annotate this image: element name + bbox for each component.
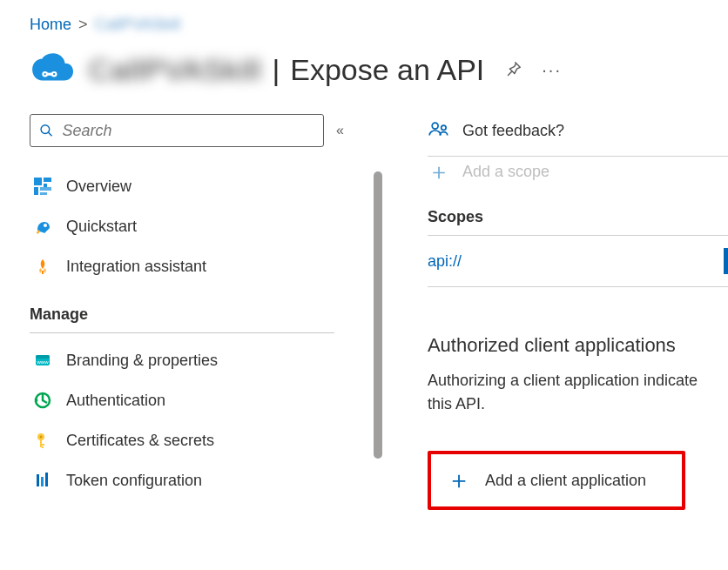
page-title-row: CallPVASkill | Expose an API ··· xyxy=(30,51,728,88)
svg-rect-16 xyxy=(36,355,50,359)
sidebar-item-label: Quickstart xyxy=(66,218,137,236)
quickstart-icon xyxy=(33,217,52,236)
overview-icon xyxy=(33,177,52,196)
svg-rect-24 xyxy=(37,474,39,486)
svg-rect-9 xyxy=(44,184,47,187)
sidebar-item-label: Token configuration xyxy=(66,472,202,490)
scope-uri-link[interactable]: api:// xyxy=(428,252,462,271)
more-icon[interactable]: ··· xyxy=(542,60,562,80)
scope-edge-indicator xyxy=(724,248,728,274)
search-input[interactable] xyxy=(61,121,314,141)
breadcrumb-separator: > xyxy=(78,16,88,34)
plus-icon: ＋ xyxy=(447,468,471,493)
app-registration-icon xyxy=(30,51,73,88)
main-content: Got feedback? ＋ Add a scope Scopes api:/… xyxy=(428,114,728,510)
sidebar-item-branding[interactable]: www Branding & properties xyxy=(30,340,344,380)
breadcrumb-current[interactable]: CallPVASkill xyxy=(95,16,181,34)
breadcrumb-home[interactable]: Home xyxy=(30,16,71,34)
svg-point-4 xyxy=(53,73,55,75)
svg-rect-25 xyxy=(41,477,44,486)
page-name: Expose an API xyxy=(290,53,484,87)
svg-point-5 xyxy=(41,125,50,134)
sidebar-item-label: Branding & properties xyxy=(66,352,218,370)
branding-icon: www xyxy=(33,351,52,370)
feedback-label: Got feedback? xyxy=(462,122,564,140)
add-scope-button[interactable]: ＋ Add a scope xyxy=(428,155,728,198)
add-scope-label: Add a scope xyxy=(462,163,549,181)
svg-rect-12 xyxy=(40,192,47,195)
svg-rect-23 xyxy=(42,446,44,448)
sidebar-top-list: Overview Quickstart Integration assistan… xyxy=(30,166,344,286)
search-icon xyxy=(39,123,54,138)
sidebar-item-overview[interactable]: Overview xyxy=(30,166,344,206)
svg-rect-14 xyxy=(42,271,44,274)
svg-point-28 xyxy=(442,125,446,130)
authorized-apps-heading: Authorized client applications xyxy=(428,334,728,357)
feedback-icon xyxy=(428,119,450,142)
scopes-list: api:// xyxy=(428,235,728,287)
svg-rect-7 xyxy=(34,178,42,185)
app-name: CallPVASkill xyxy=(89,53,261,87)
svg-line-6 xyxy=(48,132,51,136)
page-title: CallPVASkill | Expose an API xyxy=(89,53,484,87)
sidebar-item-label: Overview xyxy=(66,178,131,196)
svg-point-13 xyxy=(44,224,47,227)
integration-icon xyxy=(33,257,52,276)
breadcrumb: Home > CallPVASkill xyxy=(30,16,728,34)
sidebar: « Overview Quickstart xyxy=(30,114,344,510)
pin-icon[interactable] xyxy=(503,60,522,79)
svg-rect-22 xyxy=(42,444,44,446)
collapse-sidebar-icon[interactable]: « xyxy=(336,123,344,138)
add-client-application-button[interactable]: ＋ Add a client application xyxy=(428,451,685,510)
title-separator: | xyxy=(266,53,285,87)
svg-rect-11 xyxy=(40,187,51,191)
sidebar-scrollbar-thumb[interactable] xyxy=(374,171,382,459)
add-client-label: Add a client application xyxy=(485,472,646,490)
svg-rect-8 xyxy=(44,178,51,182)
sidebar-manage-list: www Branding & properties Authentication… xyxy=(30,340,344,500)
svg-rect-21 xyxy=(40,439,42,447)
sidebar-item-label: Integration assistant xyxy=(66,258,206,276)
sidebar-scrollbar[interactable] xyxy=(374,171,382,570)
svg-point-3 xyxy=(44,73,46,75)
search-box[interactable] xyxy=(30,114,324,147)
authentication-icon xyxy=(33,391,52,410)
feedback-link[interactable]: Got feedback? xyxy=(428,114,728,156)
plus-icon: ＋ xyxy=(428,157,450,187)
token-icon xyxy=(33,471,52,490)
svg-rect-26 xyxy=(45,473,48,486)
sidebar-item-authentication[interactable]: Authentication xyxy=(30,380,344,420)
authorized-apps-description: Authorizing a client application indicat… xyxy=(428,369,728,416)
sidebar-item-certificates[interactable]: Certificates & secrets xyxy=(30,420,344,460)
svg-point-20 xyxy=(40,436,43,439)
sidebar-item-quickstart[interactable]: Quickstart xyxy=(30,206,344,246)
sidebar-item-token[interactable]: Token configuration xyxy=(30,460,344,500)
sidebar-item-label: Authentication xyxy=(66,392,165,410)
svg-point-27 xyxy=(432,123,438,129)
sidebar-section-manage: Manage xyxy=(30,305,334,333)
svg-text:www: www xyxy=(37,359,50,365)
svg-rect-10 xyxy=(34,187,38,195)
sidebar-item-label: Certificates & secrets xyxy=(66,432,214,450)
certificates-icon xyxy=(33,431,52,450)
sidebar-item-integration[interactable]: Integration assistant xyxy=(30,246,344,286)
scopes-heading: Scopes xyxy=(428,208,728,226)
